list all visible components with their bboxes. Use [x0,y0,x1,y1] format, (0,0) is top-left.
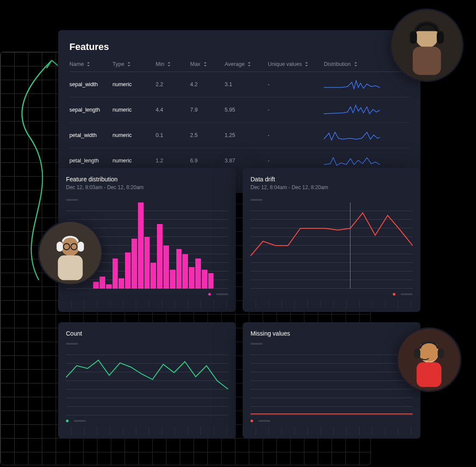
tick-ruler [243,427,420,435]
col-unique[interactable]: Unique values [268,61,324,67]
line-chart [66,346,228,415]
legend [66,415,228,424]
sort-icon [304,62,309,66]
sparkline [324,154,380,167]
cell-min: 4.4 [156,107,190,113]
svg-rect-8 [58,255,83,280]
legend [251,289,413,297]
cell-max: 6.9 [190,158,225,164]
sort-icon [354,62,358,66]
chart-subtitle: Dec 12, 8:03am - Dec 12, 8:20am [66,184,228,190]
col-name[interactable]: Name [69,61,113,67]
sort-icon [167,62,171,66]
legend-dot-icon [393,293,395,296]
cell-name: petal_width [69,132,113,138]
sparkline [324,78,380,91]
cell-avg: 3.1 [225,81,268,87]
chart-title: Data drift [251,176,413,183]
cell-name: petal_length [69,158,113,164]
legend [66,289,228,297]
cell-min: 0.1 [156,132,190,138]
svg-rect-4 [410,31,417,44]
cell-type: numeric [113,107,156,113]
legend-placeholder [251,343,263,345]
cell-avg: 5.95 [225,107,268,113]
tick-ruler [58,300,236,308]
panel-title: Features [69,41,409,53]
legend-placeholder [251,199,263,201]
svg-rect-10 [78,242,84,252]
table-row[interactable]: petal_width numeric 0.1 2.5 1.25 - [69,123,409,148]
mini-panels-row-1: Feature distribution Dec 12, 8:03am - De… [58,168,420,312]
sort-icon [247,62,251,66]
chart-subtitle: Dec 12, 8:04am - Dec 12, 8:20am [251,184,413,190]
cell-type: numeric [113,158,156,164]
tick-ruler [243,300,420,308]
svg-rect-17 [438,349,444,358]
table-header: Name Type Min Max Average Unique values … [69,60,409,72]
line-chart [251,346,413,415]
svg-rect-16 [414,349,420,358]
avatar [397,327,461,392]
svg-rect-5 [437,31,444,44]
data-drift-panel: Data drift Dec 12, 8:04am - Dec 12, 8:20… [243,168,420,312]
chart-title: Missing values [251,330,413,337]
line-chart [251,202,413,289]
cell-name: sepal_width [69,81,113,87]
cell-unique: - [268,107,324,113]
cell-max: 7.9 [190,107,225,113]
sparkline [324,103,380,116]
sort-icon [203,62,207,66]
cell-type: numeric [113,81,156,87]
sort-icon [86,62,91,66]
col-min[interactable]: Min [156,61,190,67]
cell-unique: - [268,81,324,87]
sparkline [324,129,380,142]
cell-avg: 1.25 [225,132,268,138]
col-average[interactable]: Average [225,61,268,67]
chart-title: Count [66,330,228,337]
cell-min: 1.2 [156,158,190,164]
mini-panels-row-2: Count Missing values [58,322,420,439]
legend [251,415,413,424]
legend-dot-icon [208,293,211,296]
svg-rect-3 [413,47,441,75]
legend-bar [216,293,228,295]
avatar [38,221,103,285]
legend-placeholder [66,199,78,201]
cell-min: 2.2 [156,81,190,87]
col-type[interactable]: Type [113,61,156,67]
col-max[interactable]: Max [190,61,225,67]
count-panel: Count [58,322,236,439]
features-table: Name Type Min Max Average Unique values … [69,60,409,173]
cell-max: 4.2 [190,81,225,87]
avatar [390,9,463,82]
cell-type: numeric [113,132,156,138]
tick-ruler [58,427,236,435]
cell-max: 2.5 [190,132,225,138]
cell-name: sepal_length [69,107,113,113]
cell-unique: - [268,158,324,164]
table-row[interactable]: sepal_width numeric 2.2 4.2 3.1 - [69,72,409,97]
svg-rect-9 [56,242,63,252]
svg-rect-15 [416,362,442,387]
legend-bar [401,293,413,295]
legend-placeholder [66,343,78,345]
legend-dot-icon [251,420,253,422]
missing-values-panel: Missing values [243,322,420,439]
cell-avg: 3.87 [225,158,268,164]
chart-title: Feature distribution [66,176,228,183]
legend-bar [74,420,86,422]
cell-unique: - [268,132,324,138]
table-row[interactable]: sepal_length numeric 4.4 7.9 5.95 - [69,97,409,123]
legend-dot-icon [66,420,69,422]
sort-icon [127,62,131,66]
legend-bar [258,420,270,422]
